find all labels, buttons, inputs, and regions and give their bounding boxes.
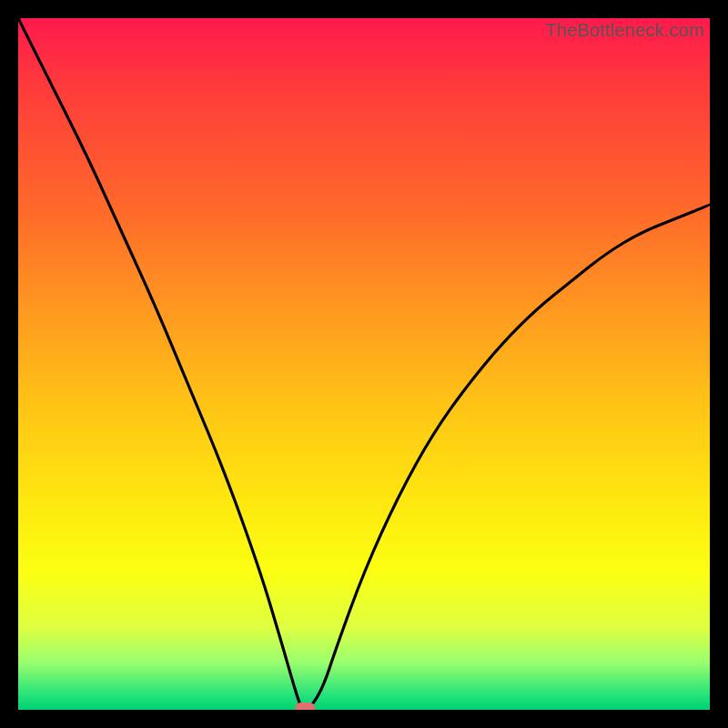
bottleneck-curve: [18, 18, 710, 710]
minimum-marker: [295, 703, 315, 710]
chart-frame: TheBottleneck.com: [0, 0, 728, 728]
curve-path: [18, 18, 710, 710]
plot-area: TheBottleneck.com: [18, 18, 710, 710]
